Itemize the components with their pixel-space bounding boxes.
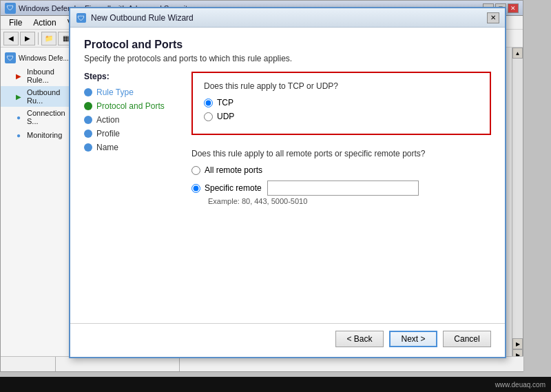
protocol-question: Does this rule apply to TCP or UDP? [204, 81, 479, 91]
sidebar-connection-label: Connection S... [27, 109, 72, 125]
taskbar-url: www.deuaq.com [495, 381, 545, 389]
dialog-title: New Outbound Rule Wizard [91, 13, 487, 23]
main-close-button[interactable]: ✕ [508, 3, 519, 13]
udp-radio[interactable] [204, 112, 213, 121]
cancel-button[interactable]: Cancel [443, 331, 491, 347]
sidebar-item-outbound[interactable]: ▶ Outbound Ru... [1, 86, 76, 107]
tcp-label: TCP [217, 98, 233, 107]
dialog-page-description: Specify the protocols and ports to which… [84, 54, 491, 63]
status-segment-1 [1, 357, 56, 371]
step4-label: Profile [96, 129, 120, 138]
protocol-selection-box: Does this rule apply to TCP or UDP? TCP … [191, 72, 491, 135]
step3-label: Action [96, 115, 119, 125]
specific-ports-label[interactable]: Specific remote [191, 183, 262, 193]
specific-ports-text: Specific remote [205, 183, 262, 193]
sidebar-root-label: Windows Defe... [19, 54, 69, 62]
udp-radio-label[interactable]: UDP [204, 112, 479, 121]
dialog-page-title: Protocol and Ports [84, 39, 491, 51]
dialog-window: 🛡 New Outbound Rule Wizard ✕ Protocol an… [69, 7, 506, 358]
udp-label: UDP [217, 112, 234, 121]
ports-section: Does this rule apply to all remote ports… [191, 143, 491, 211]
toolbar-back-button[interactable]: ◀ [3, 32, 19, 45]
step1-dot [84, 88, 92, 96]
step5-label: Name [96, 143, 118, 152]
step2-label: Protocol and Ports [96, 101, 165, 111]
outbound-icon: ▶ [13, 91, 24, 102]
specific-ports-row: Specific remote [191, 180, 491, 196]
status-segment-2 [56, 357, 180, 371]
all-ports-radio[interactable] [191, 166, 200, 175]
statusbar [1, 356, 524, 371]
menu-action[interactable]: Action [28, 17, 61, 29]
step-protocol-ports: Protocol and Ports [84, 99, 180, 113]
toolbar-folder-button[interactable]: 📁 [41, 32, 56, 45]
sidebar-monitoring-label: Monitoring [27, 131, 62, 139]
next-button[interactable]: Next > [389, 331, 437, 347]
main-window-icon: 🛡 [5, 3, 16, 14]
step-name: Name [84, 141, 180, 154]
svg-text:🛡: 🛡 [78, 14, 85, 22]
dialog-body: Steps: Rule Type Protocol and Ports Acti… [84, 72, 491, 313]
connection-icon: ● [13, 112, 24, 123]
specific-ports-radio[interactable] [191, 184, 200, 193]
step3-dot [84, 116, 92, 124]
tcp-radio-label[interactable]: TCP [204, 98, 479, 107]
step2-dot [84, 102, 92, 110]
steps-label: Steps: [84, 72, 180, 81]
status-segment-3 [180, 357, 524, 371]
dialog-close-button[interactable]: ✕ [487, 12, 499, 23]
scroll-up-button[interactable]: ▲ [512, 48, 523, 59]
step-rule-type: Rule Type [84, 85, 180, 99]
sidebar: 🛡 Windows Defe... ▶ Inbound Rule... ▶ Ou… [1, 48, 76, 371]
shield-icon: 🛡 [5, 52, 16, 63]
all-ports-text: All remote ports [205, 165, 262, 175]
sidebar-inbound-label: Inbound Rule... [27, 68, 72, 84]
ports-question: Does this rule apply to all remote ports… [191, 149, 491, 158]
step1-label[interactable]: Rule Type [96, 87, 134, 97]
inbound-icon: ▶ [13, 70, 24, 81]
step4-dot [84, 130, 92, 138]
dialog-icon: 🛡 [76, 12, 87, 23]
menu-file[interactable]: File [3, 17, 28, 29]
scroll-right-button[interactable]: ▶ [512, 338, 523, 349]
all-ports-radio-row: All remote ports [191, 165, 491, 175]
toolbar-forward-button[interactable]: ▶ [20, 32, 35, 45]
dialog-titlebar: 🛡 New Outbound Rule Wizard ✕ [70, 8, 505, 28]
step5-dot [84, 143, 92, 152]
steps-panel: Steps: Rule Type Protocol and Ports Acti… [84, 72, 180, 313]
sidebar-item-connection[interactable]: ● Connection S... [1, 107, 76, 127]
right-panel-scrollbar: ▲ ▶ ▶ ▼ [512, 48, 523, 371]
specific-ports-input[interactable] [267, 180, 419, 196]
sidebar-outbound-label: Outbound Ru... [27, 88, 72, 105]
all-ports-label[interactable]: All remote ports [191, 165, 262, 175]
dialog-content: Protocol and Ports Specify the protocols… [70, 28, 505, 320]
tcp-radio[interactable] [204, 99, 213, 107]
back-button[interactable]: < Back [335, 331, 384, 347]
sidebar-item-inbound[interactable]: ▶ Inbound Rule... [1, 65, 76, 86]
form-area: Does this rule apply to TCP or UDP? TCP … [191, 72, 491, 313]
monitoring-icon: ● [13, 130, 24, 141]
taskbar: www.deuaq.com [0, 377, 551, 392]
step-profile: Profile [84, 127, 180, 141]
ports-example-text: Example: 80, 443, 5000-5010 [208, 197, 491, 205]
dialog-buttons: < Back Next > Cancel [70, 323, 505, 357]
toolbar-separator [38, 32, 39, 45]
sidebar-root[interactable]: 🛡 Windows Defe... [1, 50, 76, 65]
sidebar-item-monitoring[interactable]: ● Monitoring [1, 127, 76, 143]
step-action: Action [84, 113, 180, 127]
